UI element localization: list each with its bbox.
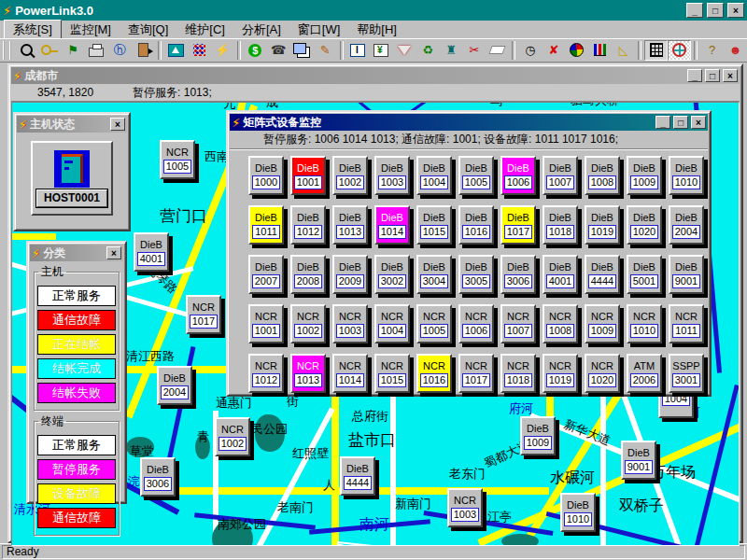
device-button-dieb-1006[interactable]: DieB1006	[500, 156, 536, 195]
menu-item-1[interactable]: 监控[M]	[62, 21, 120, 39]
device-button-dieb-1011[interactable]: DieB1011	[248, 205, 284, 245]
close-button[interactable]: ×	[110, 118, 125, 131]
close-button[interactable]: ×	[106, 246, 121, 259]
maximize-button[interactable]: □	[673, 116, 688, 129]
device-button-dieb-5001[interactable]: DieB5001	[627, 255, 662, 294]
host-button[interactable]: HOST0001	[31, 141, 113, 216]
device-button-ncr-1016[interactable]: NCR1016	[416, 354, 452, 393]
about-icon[interactable]: ☻	[724, 40, 747, 61]
finance-chart-icon[interactable]	[370, 40, 393, 61]
host-window-titlebar[interactable]: ⚡ 主机状态 ×	[17, 116, 127, 133]
clock-icon[interactable]: ◷	[518, 40, 542, 61]
printer-icon[interactable]	[85, 40, 108, 61]
device-button-dieb-1008[interactable]: DieB1008	[585, 156, 620, 195]
device-button-dieb-4001[interactable]: DieB4001	[543, 255, 578, 294]
device-button-ncr-1005[interactable]: NCR1005	[160, 140, 195, 179]
device-button-atm-2006[interactable]: ATM2006	[627, 354, 662, 393]
close-button[interactable]: ×	[723, 69, 738, 82]
device-button-ncr-1008[interactable]: NCR1008	[543, 304, 578, 343]
matrix-view-icon[interactable]	[188, 40, 211, 61]
device-button-dieb-3006[interactable]: DieB3006	[500, 255, 536, 294]
window-tool-icon[interactable]	[346, 40, 370, 61]
menu-item-4[interactable]: 分析[A]	[233, 21, 289, 39]
refresh-icon[interactable]: ♻	[416, 40, 440, 61]
device-button-ncr-1006[interactable]: NCR1006	[458, 304, 494, 343]
menu-item-2[interactable]: 查询[Q]	[120, 21, 176, 39]
building-icon[interactable]	[644, 40, 668, 61]
close-button[interactable]: ×	[691, 116, 706, 129]
device-button-ncr-1009[interactable]: NCR1009	[585, 304, 620, 343]
exit-door-icon[interactable]	[132, 40, 155, 61]
device-button-ncr-1017[interactable]: NCR1017	[186, 295, 221, 334]
device-button-ncr-1001[interactable]: NCR1001	[248, 304, 284, 343]
device-button-dieb-1007[interactable]: DieB1007	[543, 156, 578, 195]
device-button-dieb-1019[interactable]: DieB1019	[585, 205, 620, 245]
device-button-dieb-1000[interactable]: DieB1000	[248, 156, 284, 195]
device-button-ncr-1010[interactable]: NCR1010	[627, 304, 662, 343]
device-button-dieb-3005[interactable]: DieB3005	[458, 255, 494, 294]
device-button-dieb-2008[interactable]: DieB2008	[290, 255, 326, 294]
brush-icon[interactable]: ✎	[314, 40, 337, 61]
map-view-icon[interactable]	[164, 40, 188, 61]
menu-item-5[interactable]: 窗口[W]	[289, 21, 349, 39]
device-button-dieb-1002[interactable]: DieB1002	[332, 156, 368, 195]
device-button-dieb-1004[interactable]: DieB1004	[416, 156, 452, 195]
device-button-sspp-3001[interactable]: SSPP3001	[669, 354, 704, 393]
cascade-windows-icon[interactable]	[290, 40, 314, 61]
device-button-ncr-1002[interactable]: NCR1002	[290, 304, 326, 343]
device-button-ncr-1011[interactable]: NCR1011	[669, 304, 704, 343]
device-button-dieb-9001[interactable]: DieB9001	[621, 441, 656, 480]
scissors-icon[interactable]: ✂	[462, 40, 486, 61]
device-button-dieb-1003[interactable]: DieB1003	[374, 156, 410, 195]
bank-icon[interactable]: ♜	[439, 40, 462, 61]
device-button-dieb-1009[interactable]: DieB1009	[520, 416, 556, 455]
phone-icon[interactable]: ☎	[267, 40, 290, 61]
device-button-dieb-4444[interactable]: DieB4444	[585, 255, 620, 294]
device-button-dieb-1017[interactable]: DieB1017	[500, 205, 536, 245]
pie-chart-icon[interactable]	[565, 40, 588, 61]
protractor-icon[interactable]: ◺	[612, 40, 635, 61]
device-button-dieb-1010[interactable]: DieB1010	[669, 156, 704, 195]
flag-icon[interactable]: ⚑	[62, 40, 85, 61]
device-button-ncr-1015[interactable]: NCR1015	[374, 354, 410, 393]
menu-item-3[interactable]: 维护[C]	[176, 21, 233, 39]
device-button-dieb-2009[interactable]: DieB2009	[332, 255, 368, 294]
hp-doc-icon[interactable]: ⓗ	[108, 40, 132, 61]
target-icon[interactable]	[668, 40, 691, 61]
device-button-ncr-1005[interactable]: NCR1005	[416, 304, 452, 343]
minimize-button[interactable]: _	[655, 116, 670, 129]
device-button-dieb-9001[interactable]: DieB9001	[669, 255, 704, 294]
minimize-button[interactable]: _	[687, 69, 702, 82]
maximize-button[interactable]: □	[705, 69, 720, 82]
key-icon[interactable]	[38, 40, 62, 61]
device-button-dieb-1010[interactable]: DieB1010	[560, 493, 596, 532]
device-button-ncr-1004[interactable]: NCR1004	[374, 304, 410, 343]
device-button-dieb-1012[interactable]: DieB1012	[290, 205, 326, 245]
help-icon[interactable]: ?	[700, 40, 724, 61]
device-button-dieb-4444[interactable]: DieB4444	[340, 456, 375, 496]
device-button-ncr-1017[interactable]: NCR1017	[458, 354, 494, 393]
eraser-icon[interactable]	[486, 40, 509, 61]
device-button-dieb-2007[interactable]: DieB2007	[248, 255, 284, 294]
close-button[interactable]: ×	[727, 3, 744, 18]
device-button-ncr-1019[interactable]: NCR1019	[543, 354, 578, 393]
device-button-ncr-1003[interactable]: NCR1003	[332, 304, 368, 343]
device-button-ncr-1020[interactable]: NCR1020	[585, 354, 620, 393]
device-button-dieb-3004[interactable]: DieB3004	[416, 255, 452, 294]
lightning-icon[interactable]: ⚡	[211, 40, 234, 61]
menu-item-0[interactable]: 系统[S]	[4, 20, 62, 40]
money-icon[interactable]	[244, 40, 267, 61]
device-button-ncr-1007[interactable]: NCR1007	[500, 304, 536, 343]
device-button-ncr-1013[interactable]: NCR1013	[290, 354, 326, 393]
device-button-ncr-1012[interactable]: NCR1012	[248, 354, 284, 393]
device-button-dieb-1005[interactable]: DieB1005	[458, 156, 494, 195]
device-button-dieb-1001[interactable]: DieB1001	[290, 156, 326, 195]
matrix-window-titlebar[interactable]: ⚡ 矩阵式设备监控 _ □ ×	[230, 114, 708, 131]
device-button-dieb-3006[interactable]: DieB3006	[140, 457, 176, 497]
filter-icon[interactable]	[393, 40, 416, 61]
find-icon[interactable]	[15, 40, 38, 61]
map-window-titlebar[interactable]: ⚡ 成都市 _ □ ×	[11, 67, 740, 84]
device-button-dieb-1018[interactable]: DieB1018	[543, 205, 578, 245]
device-button-dieb-1020[interactable]: DieB1020	[627, 205, 662, 245]
device-button-dieb-1015[interactable]: DieB1015	[416, 205, 452, 245]
